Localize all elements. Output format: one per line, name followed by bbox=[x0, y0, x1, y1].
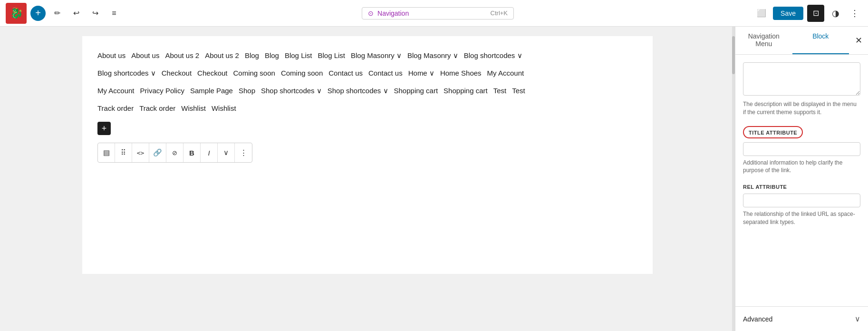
panel-close-button[interactable]: ✕ bbox=[849, 27, 868, 54]
nav-menu-item[interactable]: Test bbox=[493, 87, 507, 95]
add-item-row: + bbox=[97, 122, 637, 135]
contrast-button[interactable]: ◑ bbox=[828, 6, 843, 21]
editor-content: About usAbout usAbout us 2About us 2Blog… bbox=[82, 36, 653, 274]
advanced-title: Advanced bbox=[743, 315, 772, 323]
nav-menu-item[interactable]: Shop shortcodes ∨ bbox=[328, 87, 388, 95]
preview-icon[interactable]: ⬜ bbox=[754, 6, 769, 21]
block-selector-button[interactable]: ▤ bbox=[98, 143, 115, 162]
nav-menu-item[interactable]: My Account bbox=[97, 87, 135, 95]
more-options-button[interactable]: ⋮ bbox=[847, 6, 862, 21]
nav-menu-item[interactable]: Wishlist bbox=[181, 104, 206, 112]
nav-menu-item[interactable]: Coming soon bbox=[233, 69, 275, 77]
nav-menu-item[interactable]: About us bbox=[97, 51, 125, 59]
nav-menu-item[interactable]: Blog shortcodes ∨ bbox=[464, 51, 522, 59]
nav-menu-item[interactable]: Test bbox=[512, 87, 525, 95]
top-bar-right: ⬜ Save ⊡ ◑ ⋮ bbox=[754, 5, 862, 22]
pencil-icon[interactable]: ✏ bbox=[49, 6, 65, 21]
title-attribute-input[interactable] bbox=[743, 142, 860, 156]
nav-menu-item[interactable]: About us 2 bbox=[205, 51, 239, 59]
link-button[interactable]: 🔗 bbox=[149, 143, 166, 162]
nav-menu-item[interactable]: Blog bbox=[265, 51, 279, 59]
drag-handle[interactable]: ⠿ bbox=[115, 143, 132, 162]
undo-button[interactable]: ↩ bbox=[68, 6, 84, 21]
nav-menu-item[interactable]: Shopping cart bbox=[444, 87, 488, 95]
add-nav-item-button[interactable]: + bbox=[97, 122, 111, 135]
nav-menu-item[interactable]: Track order bbox=[139, 104, 175, 112]
top-bar: 🐉 + ✏ ↩ ↪ ≡ ⊙ Navigation Ctrl+K ⬜ Save ⊡… bbox=[0, 0, 868, 27]
nav-menu-item[interactable]: Blog bbox=[245, 51, 259, 59]
nav-menu: About usAbout usAbout us 2About us 2Blog… bbox=[97, 48, 637, 116]
italic-button[interactable]: I bbox=[201, 143, 218, 162]
main-area: About usAbout usAbout us 2About us 2Blog… bbox=[0, 27, 868, 331]
rel-attribute-input[interactable] bbox=[743, 194, 860, 207]
code-view-button[interactable]: <> bbox=[132, 143, 149, 162]
nav-menu-item[interactable]: About us bbox=[131, 51, 159, 59]
nav-menu-item[interactable]: Shop shortcodes ∨ bbox=[261, 87, 322, 95]
search-shortcut: Ctrl+K bbox=[491, 10, 508, 17]
search-area: ⊙ Navigation Ctrl+K bbox=[125, 7, 750, 19]
tab-block[interactable]: Block bbox=[792, 27, 849, 54]
block-options-button[interactable]: ⋮ bbox=[235, 143, 252, 162]
nav-menu-item[interactable]: Home Shoes bbox=[440, 69, 482, 77]
nav-menu-item[interactable]: About us 2 bbox=[165, 51, 199, 59]
chevron-down-icon: ∨ bbox=[855, 314, 860, 323]
unlink-button[interactable]: ⊘ bbox=[166, 143, 183, 162]
nav-menu-item[interactable]: Blog List bbox=[285, 51, 312, 59]
description-textarea[interactable] bbox=[743, 62, 860, 96]
nav-menu-item[interactable]: Shop bbox=[239, 87, 255, 95]
search-circle-icon: ⊙ bbox=[368, 10, 374, 17]
block-toolbar: ▤ ⠿ <> 🔗 ⊘ B I ∨ ⋮ bbox=[97, 143, 252, 163]
nav-menu-item[interactable]: Wishlist bbox=[212, 104, 236, 112]
nav-menu-item[interactable]: Shopping cart bbox=[394, 87, 438, 95]
title-attribute-label: TITLE ATTRIBUTE bbox=[749, 130, 797, 136]
description-hint: The description will be displayed in the… bbox=[743, 100, 860, 117]
logo-icon: 🐉 bbox=[10, 7, 23, 19]
tab-navigation-menu[interactable]: Navigation Menu bbox=[735, 27, 792, 54]
nav-menu-item[interactable]: Blog List bbox=[318, 51, 345, 59]
more-rich-text-button[interactable]: ∨ bbox=[218, 143, 235, 162]
nav-menu-item[interactable]: Contact us bbox=[368, 69, 403, 77]
panel-tabs: Navigation Menu Block ✕ bbox=[735, 27, 868, 55]
add-block-button[interactable]: + bbox=[30, 6, 46, 21]
nav-menu-item[interactable]: Track order bbox=[97, 104, 134, 112]
editor-area: About usAbout usAbout us 2About us 2Blog… bbox=[0, 27, 735, 331]
scroll-track bbox=[732, 27, 735, 331]
bold-button[interactable]: B bbox=[183, 143, 201, 162]
nav-menu-item[interactable]: Sample Page bbox=[190, 87, 233, 95]
scroll-thumb[interactable] bbox=[732, 36, 735, 74]
nav-menu-item[interactable]: Privacy Policy bbox=[140, 87, 184, 95]
title-attribute-section: TITLE ATTRIBUTE Additional information t… bbox=[743, 126, 860, 175]
nav-menu-item[interactable]: Blog Masonry ∨ bbox=[351, 51, 402, 59]
redo-button[interactable]: ↪ bbox=[87, 6, 103, 21]
advanced-toggle[interactable]: Advanced ∨ bbox=[743, 314, 860, 323]
logo: 🐉 bbox=[6, 3, 27, 24]
rel-attribute-section: REL ATTRIBUTE The relationship of the li… bbox=[743, 184, 860, 226]
nav-menu-item[interactable]: My Account bbox=[487, 69, 524, 77]
search-label: Navigation bbox=[377, 10, 409, 17]
panel-body: The description will be displayed in the… bbox=[735, 55, 868, 306]
view-toggle-button[interactable]: ⊡ bbox=[807, 5, 824, 22]
save-button[interactable]: Save bbox=[773, 7, 803, 20]
nav-menu-item[interactable]: Checkout bbox=[162, 69, 192, 77]
nav-menu-item[interactable]: Blog Masonry ∨ bbox=[407, 51, 458, 59]
nav-menu-item[interactable]: Coming soon bbox=[281, 69, 323, 77]
nav-menu-item[interactable]: Contact us bbox=[328, 69, 363, 77]
right-panel: Navigation Menu Block ✕ The description … bbox=[735, 27, 868, 331]
search-box[interactable]: ⊙ Navigation Ctrl+K bbox=[362, 7, 514, 19]
title-attribute-hint: Additional information to help clarify t… bbox=[743, 159, 860, 175]
advanced-section: Advanced ∨ bbox=[735, 306, 868, 331]
list-view-button[interactable]: ≡ bbox=[106, 6, 122, 21]
nav-menu-item[interactable]: Checkout bbox=[197, 69, 227, 77]
rel-attribute-label: REL ATTRIBUTE bbox=[743, 184, 860, 190]
nav-menu-item[interactable]: Blog shortcodes ∨ bbox=[97, 69, 156, 77]
nav-menu-item[interactable]: Home ∨ bbox=[408, 69, 434, 77]
rel-attribute-hint: The relationship of the linked URL as sp… bbox=[743, 210, 860, 226]
